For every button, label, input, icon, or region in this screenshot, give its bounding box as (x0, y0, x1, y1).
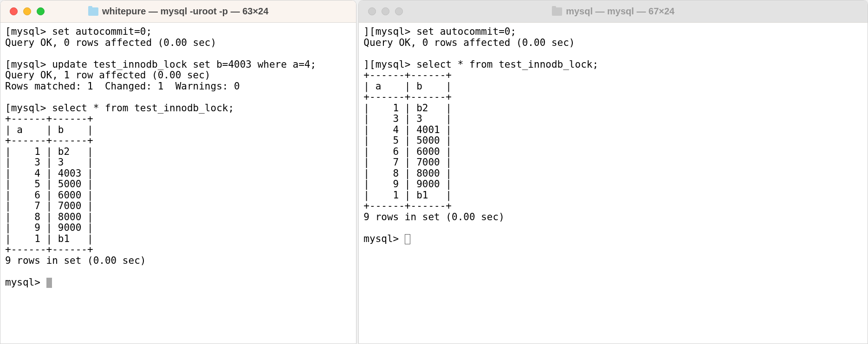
window-title-left: whitepure — mysql -uroot -p — 63×24 (0, 6, 356, 17)
window-title-text: mysql — mysql — 67×24 (566, 6, 674, 17)
terminal-line: +------+------+ (363, 70, 452, 81)
terminal-line: +------+------+ (5, 244, 93, 255)
terminal-line: +------+------+ (363, 91, 452, 102)
traffic-lights (368, 7, 403, 15)
folder-icon (552, 7, 562, 16)
terminal-line: [mysql> select * from test_innodb_lock; (5, 102, 234, 114)
terminal-line: +------+------+ (363, 200, 452, 211)
window-title-text: whitepure — mysql -uroot -p — 63×24 (102, 6, 268, 17)
terminal-window-left: whitepure — mysql -uroot -p — 63×24 [mys… (0, 0, 356, 344)
terminal-prompt[interactable]: mysql> (363, 233, 405, 244)
terminal-line: +------+------+ (5, 113, 93, 124)
titlebar-right[interactable]: mysql — mysql — 67×24 (359, 0, 868, 23)
terminal-line: Query OK, 0 rows affected (0.00 sec) (5, 37, 216, 48)
terminal-line: | a | b | (5, 124, 93, 135)
minimize-icon[interactable] (23, 7, 31, 15)
terminal-line: | 7 | 7000 | (363, 157, 452, 168)
terminal-line: | 9 | 9000 | (363, 178, 452, 190)
terminal-line: | 4 | 4001 | (363, 124, 452, 135)
terminal-line: 9 rows in set (0.00 sec) (5, 255, 146, 266)
terminal-line: | a | b | (363, 81, 452, 92)
terminal-line: | 9 | 9000 | (5, 222, 93, 233)
maximize-icon[interactable] (37, 7, 45, 15)
terminal-line: [mysql> set autocommit=0; (5, 26, 152, 37)
terminal-line: 9 rows in set (0.00 sec) (363, 211, 504, 223)
terminal-line: | 6 | 6000 | (5, 190, 93, 201)
terminal-body-left[interactable]: [mysql> set autocommit=0; Query OK, 0 ro… (0, 23, 356, 344)
cursor-icon (46, 278, 52, 288)
terminal-line: | 1 | b1 | (363, 190, 452, 201)
folder-icon (88, 7, 98, 16)
terminal-line: | 6 | 6000 | (363, 146, 452, 157)
traffic-lights (10, 7, 45, 15)
terminal-line: | 4 | 4003 | (5, 168, 93, 179)
terminal-line: | 3 | 3 | (363, 113, 452, 124)
terminal-line: | 3 | 3 | (5, 157, 93, 168)
terminal-line: | 5 | 5000 | (5, 178, 93, 190)
window-title-right: mysql — mysql — 67×24 (359, 6, 868, 17)
terminal-line: | 5 | 5000 | (363, 135, 452, 146)
terminal-body-right[interactable]: ][mysql> set autocommit=0; Query OK, 0 r… (359, 23, 868, 344)
cursor-icon (405, 234, 410, 244)
terminal-window-right: mysql — mysql — 67×24 ][mysql> set autoc… (358, 0, 868, 344)
minimize-icon[interactable] (382, 7, 389, 15)
terminal-prompt[interactable]: mysql> (5, 277, 46, 288)
terminal-line: | 7 | 7000 | (5, 200, 93, 211)
terminal-line: Query OK, 0 rows affected (0.00 sec) (363, 37, 575, 48)
terminal-line: | 1 | b2 | (5, 146, 93, 157)
terminal-line: ][mysql> select * from test_innodb_lock; (363, 59, 598, 70)
terminal-line: | 8 | 8000 | (5, 211, 93, 223)
terminal-line: | 1 | b2 | (363, 102, 452, 114)
terminal-line: +------+------+ (5, 135, 93, 146)
terminal-line: ][mysql> set autocommit=0; (363, 26, 516, 37)
maximize-icon[interactable] (395, 7, 403, 15)
close-icon[interactable] (368, 7, 376, 15)
titlebar-left[interactable]: whitepure — mysql -uroot -p — 63×24 (0, 0, 356, 23)
terminal-line: | 1 | b1 | (5, 233, 93, 244)
close-icon[interactable] (10, 7, 18, 15)
terminal-line: | 8 | 8000 | (363, 168, 452, 179)
terminal-line: Rows matched: 1 Changed: 1 Warnings: 0 (5, 81, 240, 92)
terminal-line: [mysql> update test_innodb_lock set b=40… (5, 59, 316, 70)
terminal-line: Query OK, 1 row affected (0.00 sec) (5, 70, 211, 81)
